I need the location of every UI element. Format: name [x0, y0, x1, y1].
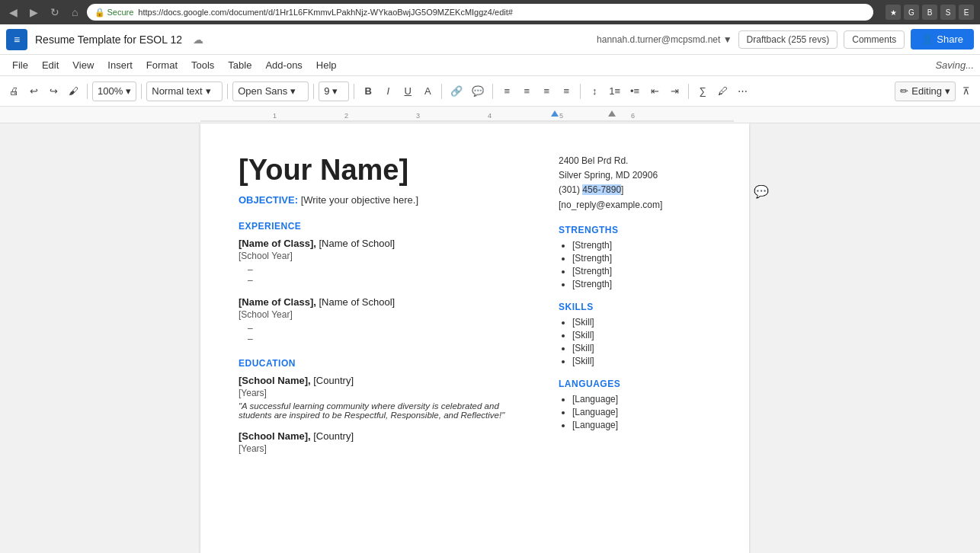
- separator-8: [580, 84, 581, 99]
- job2-title: [Name of Class], [Name of School]: [239, 296, 528, 308]
- list-item[interactable]: [Strength]: [572, 253, 711, 264]
- user-email[interactable]: hannah.d.turner@mcpsmd.net ▼: [597, 34, 732, 45]
- list-item[interactable]: [Strength]: [572, 279, 711, 289]
- school1-country[interactable]: [Country]: [313, 375, 354, 386]
- justify-button[interactable]: ≡: [557, 82, 575, 101]
- school2-years: [Years]: [239, 443, 528, 454]
- menu-file[interactable]: File: [6, 57, 34, 73]
- more-button[interactable]: ⋯: [733, 82, 751, 101]
- line-spacing-button[interactable]: ↕: [585, 82, 604, 101]
- job1-class[interactable]: [Name of Class],: [239, 238, 316, 249]
- job2-class[interactable]: [Name of Class],: [239, 296, 316, 308]
- numbered-list-button[interactable]: 1≡: [605, 82, 624, 101]
- menu-addons[interactable]: Add-ons: [259, 57, 308, 73]
- separator-5: [354, 84, 354, 99]
- content-area: [Your Name] OBJECTIVE: [Write your objec…: [0, 123, 980, 553]
- highlight-button[interactable]: 🖊: [713, 82, 732, 101]
- decrease-indent-button[interactable]: ⇤: [645, 82, 664, 101]
- list-item[interactable]: [Skill]: [572, 356, 711, 366]
- address-bar[interactable]: 🔒 Secure https://docs.google.com/documen…: [87, 4, 873, 21]
- home-button[interactable]: ⌂: [69, 5, 81, 20]
- menu-table[interactable]: Table: [222, 57, 258, 73]
- reload-button[interactable]: ↻: [47, 5, 62, 20]
- cloud-save-icon[interactable]: ☁: [193, 34, 203, 46]
- tab-stop-marker: [551, 110, 559, 117]
- italic-button[interactable]: I: [379, 82, 397, 101]
- phone-highlight[interactable]: 456-7890: [582, 184, 621, 195]
- link-button[interactable]: 🔗: [447, 82, 466, 101]
- print-button[interactable]: 🖨: [5, 82, 23, 101]
- pencil-icon: ✏: [900, 85, 908, 97]
- objective-line: OBJECTIVE: [Write your objective here.]: [239, 194, 528, 206]
- forward-button[interactable]: ▶: [27, 5, 41, 20]
- job2-school[interactable]: [Name of School]: [319, 296, 396, 308]
- undo-button[interactable]: ↩: [24, 82, 43, 101]
- redo-button[interactable]: ↪: [44, 82, 62, 101]
- menu-view[interactable]: View: [66, 57, 100, 73]
- school1-name[interactable]: [School Name],: [239, 375, 311, 386]
- browser-chrome: ◀ ▶ ↻ ⌂ 🔒 Secure https://docs.google.com…: [0, 0, 980, 24]
- bullet-list-button[interactable]: •≡: [626, 82, 644, 101]
- font-dropdown[interactable]: Open Sans ▾: [232, 82, 309, 101]
- menu-help[interactable]: Help: [310, 57, 343, 73]
- share-button[interactable]: 👤 Share: [911, 29, 974, 50]
- font-chevron-icon: ▾: [290, 85, 296, 97]
- editing-dropdown[interactable]: ✏ Editing ▾: [895, 82, 956, 101]
- underline-button[interactable]: U: [399, 82, 417, 101]
- ext-icon-2[interactable]: B: [922, 5, 937, 20]
- url-text: https://docs.google.com/document/d/1Hr1L…: [138, 8, 513, 17]
- increase-indent-button[interactable]: ⇥: [665, 82, 684, 101]
- ext-icon-4[interactable]: E: [959, 5, 974, 20]
- style-dropdown[interactable]: Normal text ▾: [146, 82, 223, 101]
- separator-3: [227, 84, 228, 99]
- zoom-dropdown[interactable]: 100% ▾: [92, 82, 136, 101]
- skills-header: SKILLS: [559, 302, 711, 312]
- resume-name[interactable]: [Your Name]: [239, 154, 528, 187]
- formula-button[interactable]: ∑: [693, 82, 712, 101]
- bold-button[interactable]: B: [359, 82, 377, 101]
- list-item[interactable]: [Language]: [572, 394, 711, 404]
- paint-format-button[interactable]: 🖌: [64, 82, 82, 101]
- ext-icon-1[interactable]: G: [904, 5, 919, 20]
- tab-stop-right: [608, 110, 616, 117]
- list-item[interactable]: [Language]: [572, 407, 711, 417]
- email-line: [no_reply@example.com]: [559, 198, 711, 213]
- school2-name[interactable]: [School Name],: [239, 430, 311, 442]
- school2-country[interactable]: [Country]: [313, 430, 354, 442]
- saving-indicator: Saving...: [935, 59, 974, 71]
- list-item[interactable]: [Skill]: [572, 317, 711, 328]
- menu-tools[interactable]: Tools: [185, 57, 220, 73]
- list-item[interactable]: [Skill]: [572, 343, 711, 353]
- svg-text:1: 1: [273, 112, 277, 120]
- draftback-button[interactable]: Draftback (255 revs): [738, 30, 838, 49]
- menu-edit[interactable]: Edit: [36, 57, 65, 73]
- list-item[interactable]: [Language]: [572, 420, 711, 430]
- job2-year: [School Year]: [239, 309, 528, 320]
- comment-margin-icon[interactable]: 💬: [754, 184, 769, 199]
- text-color-button[interactable]: A: [418, 82, 437, 101]
- spacer1: [239, 286, 528, 296]
- menu-format[interactable]: Format: [140, 57, 184, 73]
- ext-icon-3[interactable]: S: [940, 5, 956, 20]
- bookmark-icon[interactable]: ★: [886, 5, 901, 20]
- comments-button[interactable]: Comments: [844, 30, 905, 49]
- list-item[interactable]: [Strength]: [572, 266, 711, 276]
- align-center-button[interactable]: ≡: [517, 82, 536, 101]
- objective-text[interactable]: [Write your objective here.]: [301, 194, 418, 206]
- school1-quote: "A successful learning community where d…: [239, 401, 528, 420]
- toolbar-right: ✏ Editing ▾: [895, 82, 956, 101]
- font-size-dropdown[interactable]: 9 ▾: [319, 82, 349, 101]
- align-right-button[interactable]: ≡: [537, 82, 556, 101]
- job1-school[interactable]: [Name of School]: [319, 238, 396, 249]
- separator-1: [87, 84, 88, 99]
- doc-layout: [Your Name] OBJECTIVE: [Write your objec…: [239, 154, 711, 457]
- document-page[interactable]: [Your Name] OBJECTIVE: [Write your objec…: [200, 123, 749, 553]
- list-item[interactable]: [Strength]: [572, 240, 711, 251]
- ruler-svg: 1 2 3 4 5 6: [200, 107, 734, 123]
- back-button[interactable]: ◀: [6, 5, 21, 20]
- menu-insert[interactable]: Insert: [101, 57, 139, 73]
- collapse-toolbar-button[interactable]: ⊼: [957, 82, 975, 101]
- comment-button[interactable]: 💬: [468, 82, 488, 101]
- list-item[interactable]: [Skill]: [572, 330, 711, 340]
- align-left-button[interactable]: ≡: [498, 82, 516, 101]
